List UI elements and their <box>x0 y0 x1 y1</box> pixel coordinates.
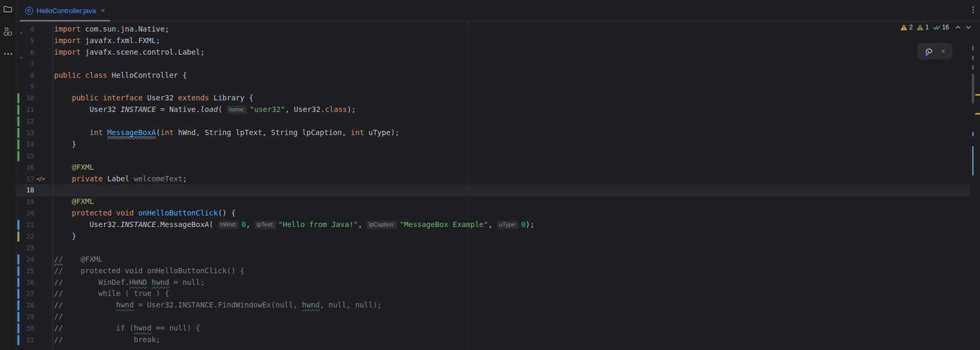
weak-warnings-item[interactable]: 1 <box>916 24 929 31</box>
code-text[interactable]: private Label welcomeText; <box>53 173 187 185</box>
stripe-dash-mark[interactable] <box>972 46 974 50</box>
gutter-cell[interactable]: 27 <box>16 288 53 300</box>
error-stripe[interactable] <box>969 21 980 350</box>
gutter-cell[interactable]: 28 <box>16 300 53 311</box>
code-text[interactable]: @FXML <box>53 196 94 208</box>
code-line[interactable]: 27// while ( true ) { <box>16 288 980 300</box>
scrollbar-thumb[interactable] <box>972 74 974 104</box>
code-text[interactable]: import javafx.fxml.FXML; <box>53 35 160 47</box>
code-line[interactable]: 25// protected void onHelloButtonClick()… <box>16 265 980 277</box>
gutter-cell[interactable]: 21 <box>16 219 53 231</box>
gutter-cell[interactable]: 26 <box>16 277 53 289</box>
vcs-change-bar[interactable] <box>17 289 19 299</box>
code-text[interactable]: import com.sun.jna.Native; <box>53 24 169 35</box>
line-number[interactable]: 11 <box>26 104 34 116</box>
line-number[interactable]: 20 <box>26 208 34 219</box>
code-text[interactable]: public interface User32 extends Library … <box>53 92 253 104</box>
vcs-change-bar[interactable] <box>17 128 19 138</box>
line-number[interactable]: 31 <box>26 334 34 346</box>
gutter-cell[interactable]: 10 <box>16 92 53 104</box>
vcs-change-bar[interactable] <box>17 312 19 322</box>
code-text[interactable]: User32 INSTANCE = Native.load( name:"use… <box>53 104 356 116</box>
code-line[interactable]: 15 <box>16 150 980 162</box>
code-line[interactable]: 23 <box>16 242 980 254</box>
code-line[interactable]: 11 User32 INSTANCE = Native.load( name:"… <box>16 104 980 116</box>
gutter-cell[interactable]: 7 <box>16 58 53 70</box>
gutter-cell[interactable]: 29 <box>16 311 53 323</box>
code-line[interactable]: 20 protected void onHelloButtonClick() { <box>16 208 980 219</box>
gutter-cell[interactable]: 11 <box>16 104 53 116</box>
project-folder-icon[interactable] <box>0 5 16 13</box>
gutter-cell[interactable]: 17</> <box>16 173 53 185</box>
gutter-cell[interactable]: 8 <box>16 70 53 81</box>
code-line[interactable]: 29// <box>16 311 980 323</box>
line-number[interactable]: 12 <box>26 116 34 127</box>
vcs-change-bar[interactable] <box>17 93 19 104</box>
stripe-warning-mark[interactable] <box>975 113 980 115</box>
code-text[interactable]: protected void onHelloButtonClick() { <box>53 208 236 219</box>
code-line[interactable]: 9 <box>16 81 980 92</box>
vcs-change-bar[interactable] <box>17 220 19 230</box>
gutter-cell[interactable]: 22 <box>16 231 53 242</box>
gutter-cell[interactable]: 31 <box>16 334 53 346</box>
line-number[interactable]: 4 <box>30 24 34 35</box>
stripe-changed-mark[interactable] <box>972 146 974 176</box>
code-line[interactable]: 4import com.sun.jna.Native; <box>16 24 980 35</box>
code-line[interactable]: 28// hwnd = User32.INSTANCE.FindWindowEx… <box>16 300 980 311</box>
gutter-cell[interactable]: 30 <box>16 323 53 334</box>
vcs-change-bar[interactable] <box>17 335 19 345</box>
code-line[interactable]: 13 int MessageBoxA(int hWnd, String lpTe… <box>16 127 980 139</box>
ai-assistant-icon[interactable] <box>924 47 934 56</box>
editor-options-kebab-icon[interactable] <box>973 6 974 13</box>
code-line[interactable]: 10 public interface User32 extends Libra… <box>16 92 980 104</box>
code-text[interactable]: // break; <box>53 334 160 346</box>
code-line[interactable]: 22 } <box>16 231 980 242</box>
tab-hellocontroller-java[interactable]: C HelloController.java × <box>20 0 110 21</box>
more-tool-windows-button[interactable] <box>0 53 16 55</box>
vcs-change-bar[interactable] <box>17 300 19 311</box>
fxml-reference-icon[interactable]: </> <box>36 173 44 185</box>
line-number[interactable]: 14 <box>26 139 34 150</box>
line-number[interactable]: 13 <box>26 127 34 139</box>
gutter-cell[interactable]: 20 <box>16 208 53 219</box>
line-number[interactable]: 26 <box>26 277 34 289</box>
code-text[interactable]: // while ( true ) { <box>53 288 169 300</box>
code-text[interactable]: // protected void onHelloButtonClick() { <box>53 265 244 277</box>
vcs-change-bar[interactable] <box>17 277 19 288</box>
ai-popup-close-icon[interactable]: × <box>941 48 945 55</box>
stripe-dash-mark[interactable] <box>972 56 974 60</box>
line-number[interactable]: 15 <box>26 150 34 162</box>
gutter-cell[interactable]: 19 <box>16 196 53 208</box>
gutter-cell[interactable]: 13 <box>16 127 53 139</box>
structure-tool-icon[interactable] <box>0 27 16 36</box>
warnings-item[interactable]: 2 <box>900 24 913 31</box>
vcs-change-bar[interactable] <box>17 105 19 115</box>
code-text[interactable]: // WinDef.HWND hwnd = null; <box>53 277 205 289</box>
code-text[interactable]: } <box>53 139 76 150</box>
line-number[interactable]: 8 <box>30 70 34 81</box>
previous-problem-chevron-up-icon[interactable] <box>955 25 961 30</box>
vcs-change-bar[interactable] <box>17 139 19 150</box>
vcs-change-bar[interactable] <box>17 254 19 265</box>
stripe-warning-mark[interactable] <box>975 94 980 96</box>
gutter-cell[interactable]: 23 <box>16 242 53 254</box>
line-number[interactable]: 9 <box>30 81 34 92</box>
line-number[interactable]: 25 <box>26 265 34 277</box>
code-line[interactable]: 30// if (hwnd == null) { <box>16 323 980 334</box>
code-text[interactable]: User32.INSTANCE.MessageBoxA( hWnd:0, lpT… <box>53 219 535 231</box>
code-line[interactable]: 18 <box>16 184 980 196</box>
line-number[interactable]: 17 <box>26 173 34 185</box>
code-line[interactable]: 24// @FXML <box>16 254 980 265</box>
code-text[interactable]: @FXML <box>53 162 94 173</box>
next-problem-chevron-down-icon[interactable] <box>965 25 972 30</box>
gutter-cell[interactable]: 18 <box>16 184 53 196</box>
code-text[interactable]: // @FXML <box>53 254 103 265</box>
line-number[interactable]: 30 <box>26 323 34 334</box>
line-number[interactable]: 28 <box>26 300 34 311</box>
passed-inspections-item[interactable]: 16 <box>933 24 949 31</box>
line-number[interactable]: 27 <box>26 288 34 300</box>
line-number[interactable]: 16 <box>26 162 34 173</box>
code-line[interactable]: 16 @FXML <box>16 162 980 173</box>
code-text[interactable]: import javafx.scene.control.Label; <box>53 47 205 58</box>
code-line[interactable]: 5import javafx.fxml.FXML; <box>16 35 980 47</box>
